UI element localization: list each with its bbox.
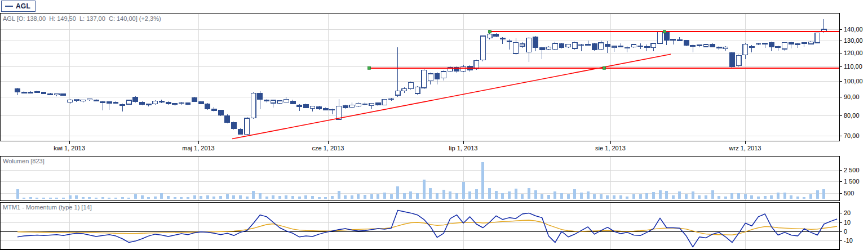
volume-bar bbox=[724, 197, 727, 199]
candle-body bbox=[15, 89, 20, 92]
candle-body bbox=[28, 92, 33, 93]
candle-body bbox=[87, 99, 92, 100]
volume-bar bbox=[744, 194, 747, 199]
volume-bar bbox=[246, 197, 249, 199]
candle-body bbox=[126, 100, 131, 104]
candle-body bbox=[690, 46, 696, 46]
volume-bar bbox=[665, 191, 668, 199]
candle-body bbox=[310, 106, 315, 108]
volume-bar bbox=[403, 193, 406, 199]
volume-bar bbox=[809, 194, 812, 199]
volume-bar bbox=[55, 198, 58, 199]
candle-body bbox=[369, 104, 374, 106]
volume-bar bbox=[796, 197, 799, 199]
volume-bar bbox=[101, 197, 104, 199]
candle-body bbox=[461, 66, 466, 71]
volume-bar bbox=[488, 188, 491, 199]
candle-body bbox=[586, 44, 591, 45]
candle-body bbox=[100, 102, 105, 102]
candle-body bbox=[258, 93, 263, 100]
volume-bar bbox=[619, 195, 622, 199]
volume-bar bbox=[790, 195, 792, 199]
price-axis-label: 80,00 bbox=[844, 112, 860, 119]
volume-bar bbox=[822, 189, 825, 199]
candle-body bbox=[736, 55, 741, 66]
volume-bar bbox=[481, 162, 484, 199]
price-axis-label: 90,00 bbox=[844, 93, 860, 100]
volume-bar bbox=[232, 195, 235, 199]
candle-body bbox=[539, 48, 544, 50]
candle-body bbox=[644, 46, 649, 47]
volume-bar bbox=[730, 193, 733, 199]
candle-body bbox=[612, 46, 617, 47]
candle-body bbox=[362, 104, 367, 104]
candle-body bbox=[494, 34, 499, 37]
volume-bar bbox=[278, 196, 281, 199]
candle-body bbox=[553, 43, 558, 50]
volume-bar bbox=[16, 189, 19, 199]
volume-bar bbox=[370, 194, 373, 199]
candle-body bbox=[284, 100, 289, 102]
volume-bar bbox=[351, 195, 353, 199]
candle-body bbox=[54, 94, 59, 95]
candle-body bbox=[225, 115, 230, 122]
candle-body bbox=[356, 103, 361, 106]
candle-body bbox=[638, 46, 643, 46]
candle-body bbox=[671, 39, 676, 40]
volume-bar bbox=[338, 191, 340, 199]
volume-bar bbox=[127, 198, 130, 199]
volume-bar bbox=[737, 193, 740, 199]
volume-bar bbox=[193, 195, 196, 199]
volume-bar bbox=[750, 195, 753, 199]
line-handle[interactable] bbox=[603, 66, 606, 69]
candle-body bbox=[487, 34, 492, 38]
candle-body bbox=[160, 101, 165, 102]
volume-bar bbox=[226, 194, 229, 199]
volume-bar bbox=[777, 193, 780, 199]
candle-body bbox=[389, 99, 394, 99]
candle-body bbox=[41, 92, 46, 93]
momentum-panel-border bbox=[1, 203, 840, 250]
volume-bar bbox=[678, 191, 681, 199]
candle-body bbox=[631, 44, 636, 47]
volume-bar bbox=[442, 190, 445, 199]
candle-body bbox=[179, 102, 184, 103]
volume-bar bbox=[757, 197, 760, 199]
line-handle[interactable] bbox=[663, 30, 666, 33]
volume-bar bbox=[75, 195, 78, 199]
tab-agl[interactable]: AGL bbox=[1, 1, 36, 12]
candle-body bbox=[651, 43, 656, 47]
volume-bar bbox=[88, 197, 91, 199]
line-handle[interactable] bbox=[368, 66, 371, 69]
volume-bar bbox=[82, 197, 85, 199]
chart-canvas[interactable]: 140,00130,00120,00110,00100,0090,0080,00… bbox=[0, 0, 868, 250]
candle-body bbox=[48, 93, 53, 94]
volume-bar bbox=[174, 197, 176, 199]
volume-bar bbox=[324, 197, 327, 199]
volume-bar bbox=[606, 195, 609, 199]
candle-body bbox=[730, 52, 735, 66]
volume-bar bbox=[436, 193, 439, 199]
line-handle[interactable] bbox=[489, 30, 491, 33]
volume-panel-header: Wolumen [823] bbox=[3, 158, 45, 164]
candle-body bbox=[290, 101, 295, 104]
volume-bar bbox=[36, 198, 38, 199]
volume-bar bbox=[587, 191, 590, 199]
price-panel-border bbox=[1, 14, 840, 141]
volume-bar bbox=[396, 186, 399, 199]
candle-body bbox=[808, 42, 813, 44]
candle-body bbox=[618, 46, 623, 47]
volume-bar bbox=[114, 198, 117, 199]
candle-body bbox=[513, 42, 519, 53]
candle-body bbox=[166, 102, 171, 104]
charting-app-window: AGL 140,00130,00120,00110,00100,0090,008… bbox=[0, 0, 868, 250]
volume-bar bbox=[311, 196, 314, 199]
volume-bar bbox=[567, 194, 570, 199]
volume-bar bbox=[515, 189, 517, 199]
date-axis-label: cze 1, 2013 bbox=[312, 145, 344, 151]
volume-bar bbox=[501, 193, 504, 199]
price-axis-label: 140,00 bbox=[844, 26, 863, 33]
candle-body bbox=[336, 106, 342, 119]
candle-body bbox=[185, 103, 191, 105]
volume-bar bbox=[711, 190, 714, 199]
